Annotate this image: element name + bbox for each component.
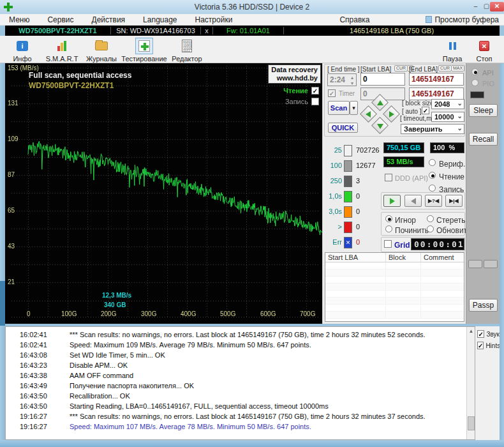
- sleep-button[interactable]: Sleep: [469, 104, 498, 117]
- window-border-bottom: [0, 440, 504, 447]
- toolbar-smart-button[interactable]: S.M.A.R.T: [42, 38, 82, 63]
- end-cur-button[interactable]: CUR: [438, 65, 452, 72]
- refresh-radio[interactable]: [427, 225, 434, 232]
- read-checkbox[interactable]: ✓: [311, 87, 319, 95]
- block-swatch: [344, 145, 352, 156]
- ddd-checkbox[interactable]: [385, 174, 392, 181]
- hints-option[interactable]: ✓ Hints: [477, 342, 500, 349]
- start-cur-button[interactable]: CUR: [394, 65, 408, 72]
- device-info-bar: WD7500BPVT-22HXZT1 SN: WD-WX91A4166703 x…: [5, 26, 500, 36]
- log-row: 16:43:38AAM OFF command: [6, 370, 475, 381]
- ignore-radio[interactable]: [385, 215, 392, 222]
- timeout-select[interactable]: 10000: [431, 112, 464, 122]
- api-radio[interactable]: [471, 68, 478, 75]
- legend-read[interactable]: Чтение ✓: [283, 87, 319, 95]
- log-scrollbar[interactable]: ▲: [466, 327, 475, 439]
- stat-row-3s: 3,0s 0: [324, 206, 380, 219]
- x-tick: 600G: [260, 310, 276, 317]
- close-button[interactable]: ✕: [490, 2, 504, 11]
- y-tick: 109: [8, 135, 19, 142]
- log-panel[interactable]: 16:02:41*** Scan results: no warnings, n…: [5, 326, 475, 440]
- toolbar-editor-button[interactable]: 010110 110011 101000 0004 Редактор: [167, 38, 207, 63]
- quick-button[interactable]: QUICK: [328, 123, 358, 133]
- erase-radio[interactable]: [427, 215, 434, 222]
- start-lba-input[interactable]: 0: [360, 73, 405, 86]
- menu-language[interactable]: Language: [134, 15, 186, 24]
- menu-settings[interactable]: Настройки: [186, 15, 242, 24]
- step-button[interactable]: ▶|◀: [445, 195, 463, 207]
- y-tick: 87: [8, 171, 15, 178]
- ddd-label: DDD (API): [395, 174, 428, 182]
- scroll-thumb[interactable]: [468, 416, 475, 430]
- write-radio[interactable]: [429, 185, 436, 192]
- pio-label: PIO: [482, 80, 494, 87]
- toolbar-testing-button[interactable]: Тестирование: [121, 38, 167, 63]
- stat-row-100: 100 12677: [324, 160, 380, 173]
- end-max-button[interactable]: MAX: [451, 65, 464, 72]
- read-radio[interactable]: [429, 172, 436, 179]
- end-lba-input2[interactable]: 1465149167: [409, 87, 464, 100]
- table-row: [325, 269, 464, 277]
- menu-main[interactable]: Меню: [0, 15, 38, 24]
- x-tick: 500G: [220, 310, 235, 317]
- device-model[interactable]: WD7500BPVT-22HXZT1: [5, 26, 110, 36]
- sound-option[interactable]: ✓ Звук: [477, 330, 500, 338]
- log-row: 16:43:50Starting Reading, LBA=0..1465149…: [6, 401, 475, 411]
- left-arrow-icon: [366, 111, 371, 117]
- rail-small-button-1[interactable]: [468, 260, 482, 268]
- window-border-accent: [0, 281, 5, 326]
- scroll-up-icon[interactable]: ▲: [467, 327, 475, 335]
- auto-checkbox[interactable]: ✓: [422, 107, 429, 114]
- back-button[interactable]: [404, 195, 422, 207]
- folder-icon: [95, 42, 108, 50]
- toolbar-info-button[interactable]: i Инфо: [3, 38, 42, 63]
- pio-radio[interactable]: [471, 79, 478, 86]
- repair-radio[interactable]: [385, 225, 392, 232]
- finish-action-select[interactable]: Завершить: [401, 124, 464, 134]
- stat-row-timeout: > 0: [324, 222, 380, 234]
- x-tick: 300G: [141, 310, 156, 317]
- toolbar-journals-button[interactable]: Журналы: [82, 38, 121, 63]
- toolbar-stop-button[interactable]: ✕ Стоп: [464, 38, 504, 63]
- end-lba-input[interactable]: 1465149167: [409, 73, 464, 86]
- verify-radio[interactable]: [429, 159, 436, 166]
- speed-display: 53 MB/s: [383, 156, 424, 167]
- menu-buffer-view[interactable]: Просмотр буфера: [434, 15, 504, 24]
- stat-row-1s: 1,0s 0: [324, 191, 380, 204]
- menu-actions[interactable]: Действия: [83, 15, 135, 24]
- block-swatch: [344, 160, 352, 172]
- title-bar[interactable]: Victoria 5.36 HDD/SSD | Device 2 – ▢ ✕: [0, 0, 504, 14]
- recall-button[interactable]: Recall: [469, 133, 498, 146]
- stat-row-250: 250 3: [324, 176, 380, 188]
- grid-checkbox[interactable]: [384, 240, 392, 248]
- scan-dropdown[interactable]: ▾: [350, 101, 358, 115]
- passport-button[interactable]: Passp: [469, 299, 498, 312]
- stat-row-err: Err ✕ 0: [324, 237, 380, 250]
- read-label: Чтение: [439, 172, 464, 181]
- block-size-select[interactable]: 2048: [431, 99, 464, 109]
- down-arrow-icon: [377, 124, 383, 129]
- minimize-button[interactable]: –: [470, 2, 481, 11]
- legend-write[interactable]: Запись: [285, 98, 319, 105]
- log-row: 19:16:27Speed: Maximum 107 MB/s. Average…: [6, 421, 475, 432]
- play-button[interactable]: [383, 195, 401, 207]
- y-tick: 43: [8, 243, 15, 250]
- menu-help[interactable]: Справка: [330, 15, 378, 24]
- hints-checkbox[interactable]: ✓: [477, 342, 484, 349]
- y-tick: 153 (MB/s): [8, 64, 39, 72]
- write-checkbox[interactable]: [311, 98, 319, 105]
- scan-button[interactable]: Scan: [328, 101, 350, 115]
- table-row: [325, 291, 464, 298]
- stop-x-icon: ✕: [479, 41, 489, 51]
- graph-title: Full scan, sequential access: [29, 71, 131, 80]
- rail-small-button-2[interactable]: [484, 260, 498, 268]
- end-lba-label: [End LBA]: [409, 66, 438, 73]
- timer-checkbox[interactable]: ✓: [328, 89, 336, 97]
- smart-bars-icon: [57, 41, 66, 51]
- table-row: [325, 277, 464, 284]
- window-border-left: [0, 63, 5, 440]
- sound-checkbox[interactable]: ✓: [477, 330, 484, 338]
- seek-error-button[interactable]: ▶?◀: [425, 195, 442, 207]
- defect-table[interactable]: Start LBA Block Comment: [325, 252, 464, 322]
- menu-service[interactable]: Сервис: [38, 15, 82, 24]
